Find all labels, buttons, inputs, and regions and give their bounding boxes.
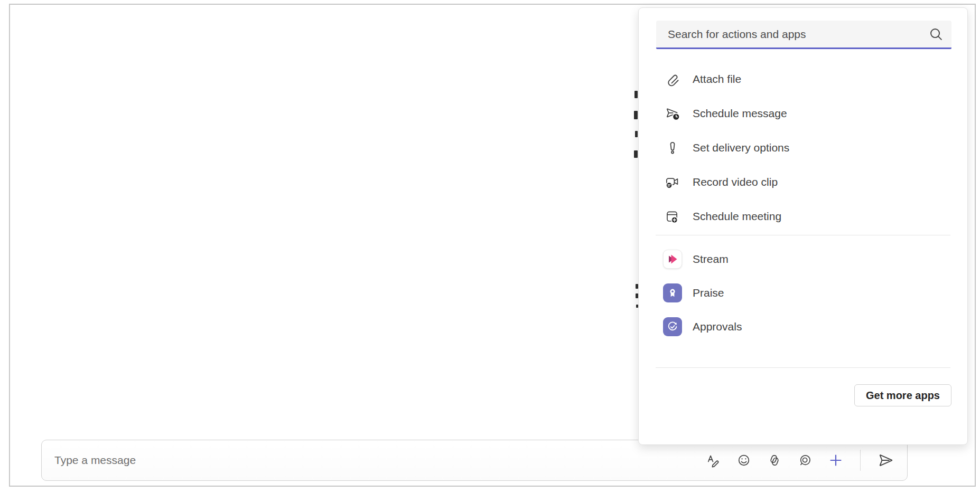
menu-item-label: Stream [693,253,729,266]
menu-item-label: Set delivery options [693,141,789,154]
actions-apps-popup: Attach file Schedule message [638,7,968,445]
copilot-icon[interactable] [767,453,782,468]
schedule-message-icon [663,106,682,121]
menu-item-label: Attach file [693,73,741,86]
stream-app-icon [663,250,682,269]
menu-item-schedule-message[interactable]: Schedule message [639,96,967,130]
menu-item-label: Approvals [693,320,742,333]
compose-toolbar [706,450,894,471]
menu-item-approvals[interactable]: Approvals [639,310,967,344]
clipped-content-fragment [635,131,638,137]
apps-list: Stream Praise [639,242,967,344]
praise-app-icon [663,283,682,302]
get-more-apps-button[interactable]: Get more apps [854,384,951,406]
message-input[interactable] [47,440,522,480]
record-video-clip-icon [663,174,682,190]
clipped-content-fragment [634,150,638,158]
popup-divider [656,235,950,235]
menu-item-schedule-meeting[interactable]: Schedule meeting [639,199,967,233]
menu-item-label: Praise [693,287,724,299]
clipped-content-fragment [634,111,638,119]
search-field [656,21,951,49]
menu-item-label: Record video clip [693,176,778,188]
menu-item-record-video-clip[interactable]: Record video clip [639,165,967,199]
menu-item-attach-file[interactable]: Attach file [639,62,967,96]
approvals-app-icon [663,317,682,336]
format-icon[interactable] [706,453,721,468]
clipped-content-fragment [634,91,638,98]
toolbar-divider [860,450,861,471]
menu-item-stream[interactable]: Stream [639,242,967,276]
menu-item-set-delivery-options[interactable]: Set delivery options [639,130,967,165]
menu-item-label: Schedule message [693,107,787,120]
attach-file-icon [663,71,682,87]
menu-item-praise[interactable]: Praise [639,276,967,310]
set-delivery-options-icon [663,140,682,156]
actions-list: Attach file Schedule message [639,62,967,233]
popup-divider [656,367,950,368]
compose-box [41,440,908,481]
schedule-meeting-icon [663,208,682,224]
loop-icon[interactable] [798,453,813,468]
menu-item-label: Schedule meeting [693,210,781,223]
emoji-icon[interactable] [736,453,751,468]
send-icon[interactable] [878,452,894,469]
search-icon[interactable] [921,26,951,42]
search-input[interactable] [656,21,921,48]
add-apps-icon[interactable] [828,453,843,468]
